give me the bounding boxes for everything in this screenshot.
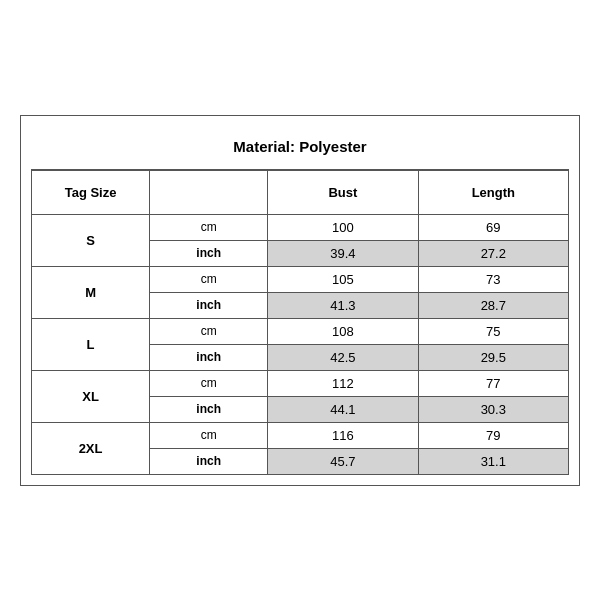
unit-cm: cm <box>150 370 268 396</box>
length-inch: 30.3 <box>418 396 568 422</box>
header-empty <box>150 170 268 214</box>
bust-inch: 45.7 <box>268 448 418 474</box>
unit-cm: cm <box>150 422 268 448</box>
header-tag-size: Tag Size <box>32 170 150 214</box>
table-row: XLcm11277 <box>32 370 569 396</box>
unit-inch: inch <box>150 448 268 474</box>
length-inch: 27.2 <box>418 240 568 266</box>
bust-cm: 112 <box>268 370 418 396</box>
bust-cm: 105 <box>268 266 418 292</box>
length-inch: 31.1 <box>418 448 568 474</box>
tag-size-cell: M <box>32 266 150 318</box>
unit-inch: inch <box>150 396 268 422</box>
table-header-row: Tag Size Bust Length <box>32 170 569 214</box>
unit-inch: inch <box>150 344 268 370</box>
bust-cm: 108 <box>268 318 418 344</box>
size-chart-container: Material: Polyester Tag Size Bust Length… <box>20 115 580 486</box>
tag-size-cell: XL <box>32 370 150 422</box>
table-row: Mcm10573 <box>32 266 569 292</box>
size-table: Tag Size Bust Length Scm10069inch39.427.… <box>31 170 569 475</box>
unit-cm: cm <box>150 214 268 240</box>
unit-cm: cm <box>150 318 268 344</box>
tag-size-cell: L <box>32 318 150 370</box>
table-row: 2XLcm11679 <box>32 422 569 448</box>
unit-inch: inch <box>150 240 268 266</box>
header-bust: Bust <box>268 170 418 214</box>
unit-inch: inch <box>150 292 268 318</box>
bust-inch: 41.3 <box>268 292 418 318</box>
table-row: Scm10069 <box>32 214 569 240</box>
tag-size-cell: S <box>32 214 150 266</box>
bust-cm: 116 <box>268 422 418 448</box>
unit-cm: cm <box>150 266 268 292</box>
length-cm: 69 <box>418 214 568 240</box>
table-row: Lcm10875 <box>32 318 569 344</box>
bust-inch: 39.4 <box>268 240 418 266</box>
chart-title: Material: Polyester <box>31 126 569 170</box>
bust-inch: 44.1 <box>268 396 418 422</box>
length-cm: 73 <box>418 266 568 292</box>
length-inch: 28.7 <box>418 292 568 318</box>
length-cm: 75 <box>418 318 568 344</box>
bust-inch: 42.5 <box>268 344 418 370</box>
length-cm: 77 <box>418 370 568 396</box>
length-cm: 79 <box>418 422 568 448</box>
length-inch: 29.5 <box>418 344 568 370</box>
tag-size-cell: 2XL <box>32 422 150 474</box>
bust-cm: 100 <box>268 214 418 240</box>
header-length: Length <box>418 170 568 214</box>
